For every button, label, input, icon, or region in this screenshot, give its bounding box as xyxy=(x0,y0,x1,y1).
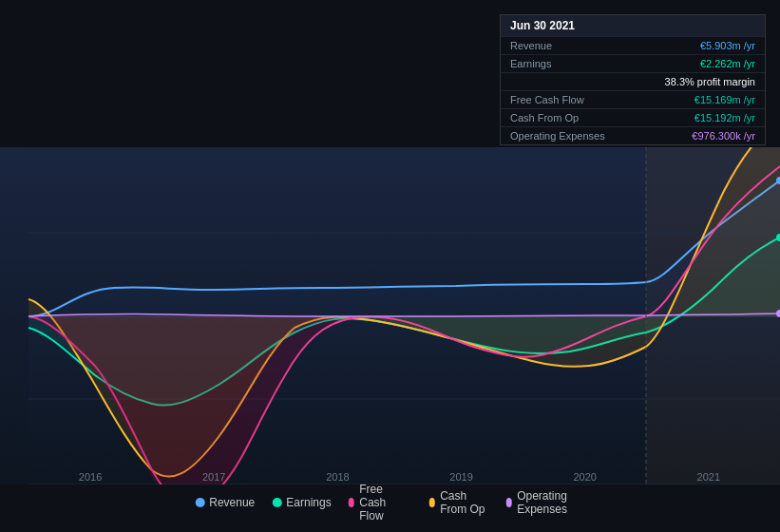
legend-revenue-label: Revenue xyxy=(209,496,255,509)
chart-legend: Revenue Earnings Free Cash Flow Cash Fro… xyxy=(195,483,585,522)
legend-cashfromop[interactable]: Cash From Op xyxy=(429,489,489,516)
x-label-2019: 2019 xyxy=(449,471,472,483)
tooltip-opex: Operating Expenses €976.300k /yr xyxy=(501,126,765,144)
tooltip-date: Jun 30 2021 xyxy=(501,15,765,36)
x-axis-labels: 2016 2017 2018 2019 2020 2021 xyxy=(29,471,770,483)
legend-fcf-dot xyxy=(349,498,355,507)
legend-revenue-dot xyxy=(195,498,204,507)
chart-area xyxy=(0,147,780,484)
x-label-2020: 2020 xyxy=(573,471,596,483)
tooltip-fcf-value: €15.169m /yr xyxy=(694,94,755,105)
legend-opex-label: Operating Expenses xyxy=(517,489,585,516)
tooltip-margin-value: 38.3% profit margin xyxy=(665,76,755,87)
tooltip-revenue: Revenue €5.903m /yr xyxy=(501,36,765,54)
legend-opex[interactable]: Operating Expenses xyxy=(506,489,585,516)
tooltip-cashfromop-value: €15.192m /yr xyxy=(694,112,755,124)
tooltip-revenue-value: €5.903m /yr xyxy=(700,40,755,51)
legend-earnings-dot xyxy=(272,498,281,507)
tooltip-earnings: Earnings €2.262m /yr xyxy=(501,54,765,72)
x-label-2016: 2016 xyxy=(79,471,102,483)
chart-svg xyxy=(0,147,780,484)
legend-earnings-label: Earnings xyxy=(286,496,331,509)
legend-cashfromop-label: Cash From Op xyxy=(440,489,488,516)
tooltip-revenue-label: Revenue xyxy=(510,40,552,51)
tooltip-opex-label: Operating Expenses xyxy=(510,130,605,142)
tooltip-fcf-label: Free Cash Flow xyxy=(510,94,584,105)
tooltip-earnings-value: €2.262m /yr xyxy=(700,58,755,69)
tooltip-earnings-label: Earnings xyxy=(510,58,551,69)
tooltip-panel: Jun 30 2021 Revenue €5.903m /yr Earnings… xyxy=(500,14,766,145)
legend-opex-dot xyxy=(506,498,513,507)
tooltip-fcf: Free Cash Flow €15.169m /yr xyxy=(501,90,765,108)
legend-fcf[interactable]: Free Cash Flow xyxy=(349,483,412,522)
tooltip-opex-value: €976.300k /yr xyxy=(692,130,755,142)
x-label-2018: 2018 xyxy=(326,471,349,483)
tooltip-cashfromop: Cash From Op €15.192m /yr xyxy=(501,108,765,126)
legend-cashfromop-dot xyxy=(429,498,436,507)
legend-revenue[interactable]: Revenue xyxy=(195,496,255,509)
legend-earnings[interactable]: Earnings xyxy=(272,496,331,509)
tooltip-margin: 38.3% profit margin xyxy=(501,72,765,90)
x-label-2021: 2021 xyxy=(697,471,720,483)
tooltip-cashfromop-label: Cash From Op xyxy=(510,112,579,124)
legend-fcf-label: Free Cash Flow xyxy=(359,483,411,522)
x-label-2017: 2017 xyxy=(202,471,225,483)
